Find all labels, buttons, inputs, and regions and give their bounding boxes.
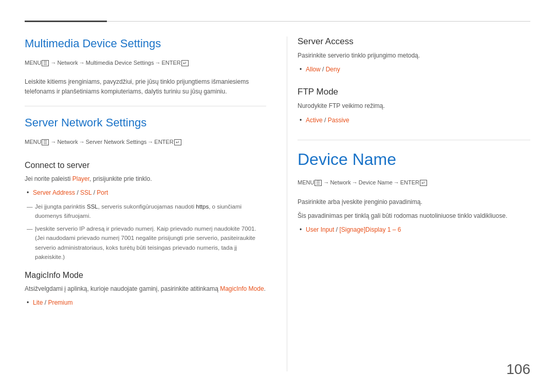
page-number: 106 (506, 361, 530, 378)
device-name-title: Device Name (298, 150, 530, 169)
ftp-mode-title: FTP Mode (298, 87, 530, 97)
connect-to-server-title: Connect to server (25, 161, 266, 170)
multimedia-link: Multimedia Device Settings (86, 59, 154, 67)
ssl-note-container: Jei įjungta parinktis SSL, serveris suko… (25, 202, 266, 262)
lite-link: Lite (33, 299, 43, 306)
top-line-dark (25, 21, 107, 22)
network-link-1: Network (57, 59, 78, 67)
device-name-desc1: Pasirinkite arba įveskite įrenginio pava… (298, 197, 530, 207)
premium-link: Premium (48, 299, 72, 306)
ftp-mode-description: Nurodykite FTP veikimo režimą. (298, 101, 530, 111)
server-network-link: Server Network Settings (86, 138, 147, 146)
multimedia-description: Leiskite kitiems įrenginiams, pavyzdžiui… (25, 77, 266, 97)
allow-link: Allow (306, 66, 321, 73)
signage-display-link: [Signage]Display 1 – 6 (339, 226, 401, 233)
multimedia-menu-path: MENU☰ → Network → Multimedia Device Sett… (25, 59, 266, 72)
ssl-note: Jei įjungta parinktis SSL, serveris suko… (35, 202, 266, 221)
port-note: Įveskite serverio IP adresą ir prievado … (35, 224, 266, 262)
ssl-note-highlight: SSL (87, 203, 98, 210)
server-access-description: Pasirinkite serverio tinklo prijungimo m… (298, 51, 530, 61)
right-column: Server Access Pasirinkite serverio tinkl… (287, 36, 530, 371)
active-link: Active (306, 117, 323, 124)
device-name-menu-path: MENU☰ → Network → Device Name → ENTER↵ (298, 178, 530, 192)
user-input-bullet: User Input / [Signage]Display 1 – 6 (306, 225, 530, 235)
content-area: Multimedia Device Settings MENU☰ → Netwo… (25, 36, 530, 371)
page-container: Multimedia Device Settings MENU☰ → Netwo… (0, 0, 555, 392)
lite-premium-bullet: Lite / Premium (33, 298, 266, 308)
server-access-section: Server Access Pasirinkite serverio tinkl… (298, 36, 530, 74)
multimedia-device-section: Multimedia Device Settings MENU☰ → Netwo… (25, 36, 266, 97)
passive-link: Passive (328, 117, 349, 124)
connect-to-server-subsection: Connect to server Jei norite paleisti Pl… (25, 161, 266, 262)
divider-1 (25, 106, 266, 106)
user-input-link: User Input (306, 226, 334, 233)
server-address-link: Server Address (33, 189, 75, 196)
deny-link: Deny (326, 66, 340, 73)
server-access-title: Server Access (298, 36, 530, 47)
magicinfo-subsection: MagicInfo Mode Atsižvelgdami į aplinką, … (25, 271, 266, 308)
active-passive-bullet: Active / Passive (306, 116, 530, 125)
server-menu-path: MENU☰ → Network → Server Network Setting… (25, 138, 266, 152)
https-highlight: https (196, 203, 209, 210)
allow-deny-bullet: Allow / Deny (306, 65, 530, 74)
right-divider (298, 140, 530, 140)
magicinfo-link: MagicInfo Mode (220, 285, 264, 292)
port-link: Port (97, 189, 108, 196)
network-link-2: Network (57, 138, 78, 146)
server-network-section: Server Network Settings MENU☰ → Network … (25, 116, 266, 308)
ftp-mode-section: FTP Mode Nurodykite FTP veikimo režimą. … (298, 87, 530, 125)
menu-prefix-1: MENU☰ (25, 59, 49, 67)
ssl-link: SSL (80, 189, 91, 196)
device-name-desc2: Šis pavadinimas per tinklą gali būti rod… (298, 211, 530, 221)
player-highlight: Player (72, 175, 89, 182)
magicinfo-title: MagicInfo Mode (25, 271, 266, 280)
left-column: Multimedia Device Settings MENU☰ → Netwo… (25, 36, 287, 371)
multimedia-device-title: Multimedia Device Settings (25, 36, 266, 51)
menu-prefix-2: MENU☰ (25, 138, 49, 146)
enter-label-3: ENTER↵ (400, 178, 427, 187)
server-address-bullet: Server Address / SSL / Port (33, 188, 266, 198)
magicinfo-body: Atsižvelgdami į aplinką, kurioje naudoja… (25, 284, 266, 294)
menu-prefix-3: MENU☰ (298, 178, 322, 187)
network-link-3: Network (330, 178, 350, 187)
server-network-title: Server Network Settings (25, 116, 266, 130)
device-name-link: Device Name (359, 178, 393, 187)
top-decoration (25, 21, 530, 22)
enter-label-1: ENTER↵ (161, 59, 188, 67)
enter-label-2: ENTER↵ (154, 138, 181, 146)
top-line-light (107, 21, 530, 22)
device-name-section: Device Name MENU☰ → Network → Device Nam… (298, 150, 530, 235)
connect-body: Jei norite paleisti Player, prisijunkite… (25, 174, 266, 184)
